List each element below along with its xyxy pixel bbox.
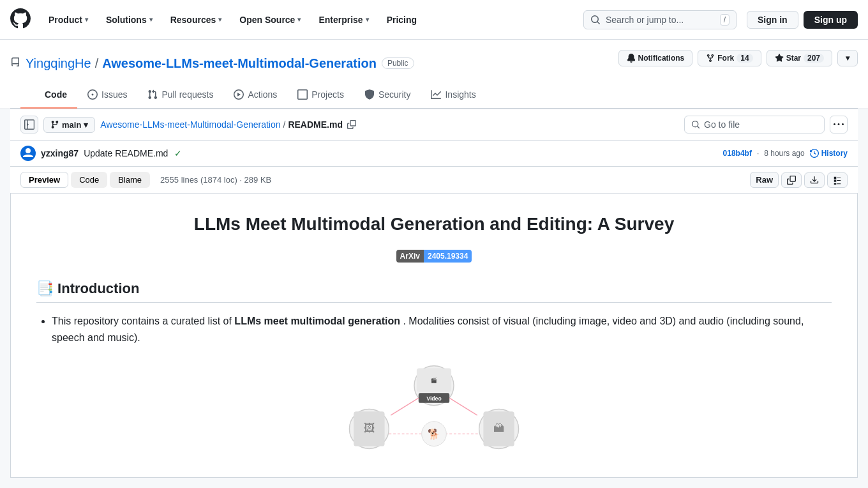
- readme-content: LLMs Meet Multimodal Generation and Edit…: [10, 194, 858, 478]
- repo-tabs: Code Issues Pull requests Actions Projec…: [10, 82, 858, 109]
- tab-actions-label: Actions: [248, 89, 277, 100]
- copy-path-button[interactable]: [345, 118, 358, 131]
- tab-pull-requests[interactable]: Pull requests: [137, 82, 223, 109]
- tab-code[interactable]: Code: [20, 82, 77, 109]
- copy-icon: [347, 120, 356, 129]
- nav-resources-label: Resources: [170, 15, 216, 25]
- arxiv-badge[interactable]: ArXiv 2405.19334: [396, 250, 472, 263]
- search-icon: [590, 15, 601, 25]
- nav-solutions-label: Solutions: [106, 15, 147, 25]
- ellipsis-icon: [834, 119, 844, 130]
- main-content: main ▾ Awesome-LLMs-meet-Multimodal-Gene…: [0, 109, 868, 488]
- connector-right: [449, 398, 477, 415]
- chevron-down-icon: ▾: [85, 16, 88, 23]
- github-logo[interactable]: [10, 8, 31, 31]
- tab-issues-label: Issues: [101, 89, 127, 100]
- intro-list: This repository contains a curated list …: [36, 313, 832, 346]
- copy-raw-button[interactable]: [781, 172, 802, 188]
- intro-bold-text: LLMs meet multimodal generation: [234, 316, 400, 326]
- list-item: This repository contains a curated list …: [52, 313, 832, 346]
- branch-selector[interactable]: main ▾: [43, 117, 95, 133]
- diagram-container: Video 🎬 🖼 🏔: [36, 361, 832, 457]
- repo-header-info: YingqingHe / Awesome-LLMs-meet-Multimoda…: [10, 56, 618, 71]
- fork-icon: [706, 54, 715, 63]
- intro-text-before: This repository contains a curated list …: [52, 316, 232, 326]
- fork-button[interactable]: Fork 14: [698, 50, 761, 66]
- signup-button[interactable]: Sign up: [804, 11, 858, 29]
- go-to-file-placeholder: Go to file: [704, 119, 740, 130]
- left-image-icon: 🖼: [364, 422, 375, 434]
- download-button[interactable]: [804, 172, 825, 188]
- preview-tab[interactable]: Preview: [20, 172, 68, 188]
- nav-pricing[interactable]: Pricing: [379, 10, 424, 30]
- history-label: History: [821, 149, 848, 158]
- more-button[interactable]: ▾: [837, 50, 858, 66]
- issues-icon: [87, 89, 98, 100]
- check-icon: ✓: [174, 148, 182, 158]
- star-button[interactable]: Star 207: [767, 50, 832, 66]
- signin-button[interactable]: Sign in: [747, 11, 798, 29]
- notifications-label: Notifications: [638, 54, 685, 63]
- nav-product[interactable]: Product ▾: [41, 10, 96, 30]
- video-badge-text: Video: [426, 395, 442, 402]
- security-icon: [364, 89, 375, 100]
- search-icon: [691, 120, 700, 129]
- fork-count: 14: [737, 54, 752, 63]
- breadcrumb: Awesome-LLMs-meet-Multimodal-Generation …: [100, 118, 679, 131]
- breadcrumb-separator: /: [283, 119, 286, 130]
- raw-button[interactable]: Raw: [750, 172, 779, 188]
- search-placeholder: Search or jump to...: [606, 15, 715, 25]
- more-options-button[interactable]: [830, 116, 848, 133]
- tab-security-label: Security: [378, 89, 411, 100]
- tab-issues[interactable]: Issues: [77, 82, 137, 109]
- history-link[interactable]: History: [810, 149, 848, 158]
- code-tab[interactable]: Code: [71, 172, 107, 188]
- commit-hash-link[interactable]: 018b4bf: [723, 149, 752, 158]
- branch-name: main: [62, 120, 81, 130]
- badge-arxiv-label: ArXiv: [396, 250, 424, 263]
- tab-pull-requests-label: Pull requests: [161, 89, 213, 100]
- auth-buttons: Sign in Sign up: [747, 11, 858, 29]
- chevron-down-icon: ▾: [218, 16, 221, 23]
- blame-tab[interactable]: Blame: [110, 172, 150, 188]
- repo-path: YingqingHe / Awesome-LLMs-meet-Multimoda…: [26, 56, 377, 71]
- top-navigation: Product ▾ Solutions ▾ Resources ▾ Open S…: [0, 0, 868, 40]
- nav-resources[interactable]: Resources ▾: [163, 10, 230, 30]
- repo-name-link[interactable]: Awesome-LLMs-meet-Multimodal-Generation: [102, 56, 377, 71]
- download-icon: [810, 176, 819, 185]
- repo-visibility-badge: Public: [382, 57, 414, 69]
- tab-insights-label: Insights: [445, 89, 475, 100]
- star-count: 207: [804, 54, 824, 63]
- list-icon: [833, 176, 842, 185]
- repo-icon: [10, 57, 20, 70]
- nav-enterprise[interactable]: Enterprise ▾: [311, 10, 376, 30]
- diagram-svg: Video 🎬 🖼 🏔: [306, 361, 562, 457]
- bell-icon: [627, 54, 636, 63]
- tab-actions[interactable]: Actions: [223, 82, 287, 109]
- badge-arxiv-value: 2405.19334: [424, 250, 472, 263]
- connector-left: [391, 398, 419, 415]
- nav-pricing-label: Pricing: [387, 15, 417, 25]
- sidebar-toggle-button[interactable]: [20, 116, 38, 133]
- pull-requests-icon: [147, 89, 158, 100]
- file-view-bar: Preview Code Blame 2555 lines (1874 loc)…: [10, 167, 858, 194]
- commit-author-name[interactable]: yzxing87: [41, 148, 79, 158]
- notifications-button[interactable]: Notifications: [618, 50, 693, 66]
- commit-dot-separator: ·: [757, 149, 759, 158]
- nav-solutions[interactable]: Solutions ▾: [98, 10, 160, 30]
- nav-open-source[interactable]: Open Source ▾: [232, 10, 308, 30]
- file-meta: 2555 lines (1874 loc) · 289 KB: [160, 175, 747, 185]
- star-label: Star: [786, 54, 801, 63]
- history-icon: [810, 149, 819, 158]
- introduction-heading: 📑 Introduction: [36, 280, 832, 303]
- chevron-down-icon: ▾: [297, 16, 301, 23]
- tab-security[interactable]: Security: [354, 82, 421, 109]
- tab-projects[interactable]: Projects: [287, 82, 354, 109]
- outline-button[interactable]: [827, 172, 848, 188]
- breadcrumb-repo-link[interactable]: Awesome-LLMs-meet-Multimodal-Generation: [100, 119, 280, 130]
- file-actions: Raw: [750, 172, 848, 188]
- global-search[interactable]: Search or jump to... /: [583, 10, 737, 29]
- tab-insights[interactable]: Insights: [421, 82, 486, 109]
- repo-owner-link[interactable]: YingqingHe: [26, 56, 91, 71]
- go-to-file-search[interactable]: Go to file: [684, 116, 825, 133]
